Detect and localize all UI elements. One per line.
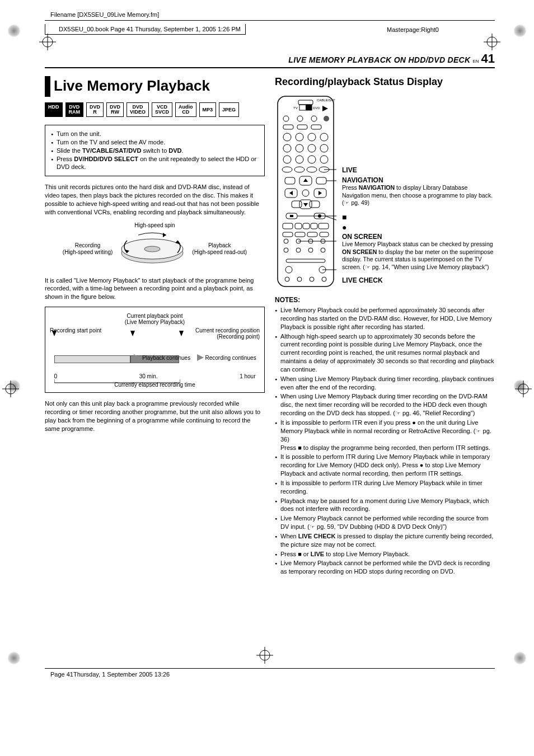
callout-text: Press NAVIGATION to display Library Data… <box>342 184 495 207</box>
badge-line: RAM <box>69 110 81 115</box>
crop-dot <box>514 25 526 36</box>
callout-head: ON SCREEN <box>342 233 495 241</box>
note-item: When LIVE CHECK is pressed to display th… <box>275 532 495 549</box>
timeline-diagram: Current playback point (Live Memory Play… <box>45 307 265 393</box>
page-number: 41 <box>481 51 495 66</box>
badge-dvd-ram: DVD RAM <box>65 102 84 117</box>
right-column: Recording/playback Status Display CABLE/… <box>275 76 495 577</box>
filename-label: Filename [DX5SEU_09Live Memory.fm] <box>45 11 495 18</box>
paragraph: This unit records pictures onto the hard… <box>45 183 265 216</box>
svg-marker-20 <box>163 233 166 237</box>
book-meta-left: DX5SEU_00.book Page 41 Thursday, Septemb… <box>45 24 246 35</box>
tl-segment <box>54 355 131 363</box>
badge-mp3: MP3 <box>199 102 217 117</box>
callout-text: Live Memory Playback status can be check… <box>342 241 495 271</box>
divider <box>45 20 495 21</box>
arrow-down-icon <box>130 331 135 336</box>
callout-head: LIVE CHECK <box>342 276 495 284</box>
notes-list: Live Memory Playback could be performed … <box>275 306 495 576</box>
footer-meta: Page 41Thursday, 1 September 2005 13:26 <box>50 671 170 678</box>
header-lang: EN <box>472 59 479 64</box>
tl-scale: 0 30 min. 1 hour <box>50 373 260 379</box>
record-icon: ● <box>342 223 495 232</box>
note-item: When using Live Memory Playback during t… <box>275 392 495 417</box>
preparation-box: Turn on the unit. Turn on the TV and sel… <box>45 125 265 176</box>
bracket-icon <box>54 379 180 385</box>
note-item: Live Memory Playback cannot be performed… <box>275 514 495 531</box>
stop-icon: ■ <box>342 213 495 222</box>
crop-mark-icon <box>256 647 273 664</box>
badge-dvd-r: DVDR <box>86 102 104 117</box>
left-column: Live Memory Playback HDD DVD RAM DVDR DV… <box>45 76 265 577</box>
main-title: Live Memory Playback <box>50 76 210 97</box>
note-item: Live Memory Playback could be performed … <box>275 306 495 331</box>
svg-point-32 <box>324 116 329 121</box>
callout-head: NAVIGATION <box>342 176 495 184</box>
notes-heading: NOTES: <box>275 296 495 304</box>
remote-label: DVD <box>313 106 320 110</box>
callout-head: LIVE <box>342 166 495 174</box>
disc-diagram: High-speed spin Recording (High-speed wr… <box>45 222 265 269</box>
note-item: It is impossible to perform ITR even if … <box>275 419 495 452</box>
note-item: Live Memory Playback cannot be performed… <box>275 559 495 576</box>
masterpage-label: Masterpage:Right0 <box>387 26 495 33</box>
remote-label: TV <box>293 106 298 110</box>
crop-dot <box>8 652 20 664</box>
badge-vcd-svcd: VCDSVCD <box>152 102 172 117</box>
format-badges: HDD DVD RAM DVDR DVDRW DVDVIDEO VCDSVCD … <box>45 102 265 117</box>
arrow-right-icon <box>134 354 140 361</box>
tl-continue-label: Recording continues <box>197 354 256 361</box>
note-item: Although high-speed search up to approxi… <box>275 332 495 374</box>
paragraph: Not only can this unit play back a progr… <box>45 400 265 433</box>
note-item: It is possible to perform ITR during Liv… <box>275 453 495 478</box>
crop-dot <box>8 25 20 36</box>
prep-item: Turn on the TV and select the AV mode. <box>51 138 259 147</box>
tl-label: Current playback point (Live Memory Play… <box>120 313 190 325</box>
svg-rect-68 <box>290 215 293 217</box>
note-item: When using Live Memory Playback during t… <box>275 375 495 392</box>
prep-item: Turn on the unit. <box>51 130 259 138</box>
paragraph: It is called "Live Memory Playback" to s… <box>45 276 265 302</box>
crop-mark-icon <box>515 381 532 397</box>
svg-point-71 <box>318 214 321 218</box>
tl-continue-label: Playback continues <box>134 354 190 361</box>
remote-control-icon: CABLE/SAT TV DVD <box>275 93 336 289</box>
diagram-left-label: Recording (High-speed writing) <box>63 242 113 256</box>
crop-mark-icon <box>2 381 19 397</box>
header-title: LIVE MEMORY PLAYBACK ON HDD/DVD DECK <box>288 55 470 64</box>
badge-jpeg: JPEG <box>219 102 239 117</box>
svg-rect-27 <box>306 105 312 110</box>
remote-label: CABLE/SAT <box>317 98 335 102</box>
badge-hdd: HDD <box>45 102 63 117</box>
crop-mark-icon <box>484 34 500 50</box>
disc-icon <box>116 229 189 269</box>
tl-label <box>50 313 120 325</box>
diagram-label: High-speed spin <box>45 222 265 228</box>
sub-heading: Recording/playback Status Display <box>275 76 495 88</box>
arrow-down-icon <box>179 331 184 336</box>
prep-item: Slide the TV/CABLE/SAT/DVD switch to DVD… <box>51 147 259 155</box>
note-item: Playback may be paused for a moment duri… <box>275 497 495 514</box>
note-item: Press ■ or LIVE to stop Live Memory Play… <box>275 550 495 558</box>
tl-label <box>190 313 260 325</box>
note-item: It is impossible to perform ITR during L… <box>275 479 495 496</box>
crop-mark-icon <box>39 34 56 50</box>
svg-point-17 <box>144 246 160 252</box>
arrow-right-icon <box>197 354 204 361</box>
tl-elapsed-label: Currently elapsed recording time <box>50 382 260 388</box>
arrow-down-icon <box>52 331 57 336</box>
diagram-right-label: Playback (High-speed read-out) <box>192 242 247 256</box>
badge-audio-cd: AudioCD <box>175 102 196 117</box>
page-header: LIVE MEMORY PLAYBACK ON HDD/DVD DECK EN … <box>45 51 495 68</box>
prep-item: Press DV/HDD/DVD SELECT on the unit repe… <box>51 155 259 172</box>
badge-dvd-video: DVDVIDEO <box>127 102 149 117</box>
badge-dvd-rw: DVDRW <box>106 102 124 117</box>
title-accent <box>45 76 50 97</box>
crop-dot <box>514 652 526 664</box>
footer-divider <box>45 668 495 669</box>
